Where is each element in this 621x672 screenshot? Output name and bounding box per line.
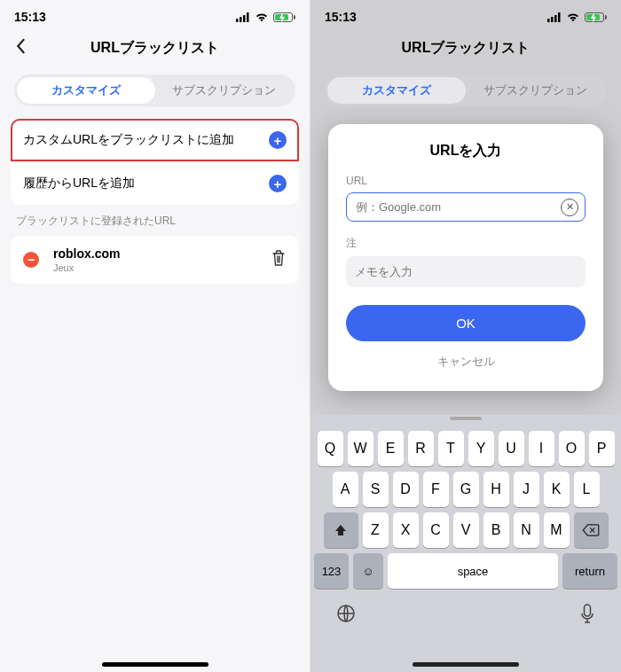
key-a[interactable]: A (333, 472, 358, 507)
add-custom-label: カスタムURLをブラックリストに追加 (23, 132, 234, 148)
add-history-row[interactable]: 履歴からURLを追加 + (11, 161, 299, 205)
key-z[interactable]: Z (363, 512, 389, 548)
key-b[interactable]: B (483, 512, 509, 548)
status-indicators (547, 12, 607, 22)
signal-icon (236, 12, 250, 22)
tab-subscription[interactable]: サブスクリプション (466, 77, 604, 104)
plus-icon: + (269, 131, 287, 149)
trash-icon[interactable] (271, 249, 287, 270)
key-w[interactable]: W (348, 431, 373, 466)
ok-button[interactable]: OK (346, 305, 586, 341)
svg-rect-9 (585, 605, 591, 616)
modal-title: URLを入力 (346, 142, 586, 160)
list-item[interactable]: − roblox.com Jeux (11, 236, 299, 284)
battery-icon (585, 12, 607, 22)
key-123[interactable]: 123 (314, 553, 349, 589)
item-subtitle: Jeux (53, 262, 120, 273)
keyboard: QWERTYUIOP ASDFGHJKL ZXCVBNM 123 ☺ space… (310, 415, 621, 672)
header: URLブラックリスト (310, 28, 621, 67)
screen-left: 15:13 URLブラックリスト カスタマイズ サブスクリプション カスタムUR… (0, 0, 310, 672)
key-g[interactable]: G (453, 472, 479, 507)
key-x[interactable]: X (393, 512, 419, 548)
add-card: カスタムURLをブラックリストに追加 + 履歴からURLを追加 + (11, 119, 299, 205)
tab-custom[interactable]: カスタマイズ (17, 77, 155, 104)
page-title: URLブラックリスト (90, 39, 219, 58)
status-bar: 15:13 (0, 0, 310, 28)
svg-rect-7 (558, 12, 561, 22)
url-label: URL (346, 175, 586, 187)
item-title: roblox.com (53, 246, 120, 261)
key-u[interactable]: U (499, 431, 524, 466)
svg-rect-4 (547, 19, 550, 22)
key-j[interactable]: J (514, 472, 539, 507)
plus-icon: + (269, 175, 287, 192)
key-h[interactable]: H (483, 472, 509, 507)
tab-custom[interactable]: カスタマイズ (327, 77, 466, 104)
battery-icon (273, 12, 295, 22)
list-card: − roblox.com Jeux (11, 236, 299, 284)
tab-subscription[interactable]: サブスクリプション (155, 77, 294, 104)
svg-rect-3 (247, 12, 249, 22)
section-label: ブラックリストに登録されたURL (16, 214, 294, 229)
key-n[interactable]: N (514, 512, 539, 548)
url-input-modal: URLを入力 URL ✕ 注 OK キャンセル (328, 124, 603, 391)
space-key[interactable]: space (388, 553, 558, 589)
keyboard-grip[interactable] (310, 417, 621, 426)
globe-icon[interactable] (335, 603, 357, 629)
return-key[interactable]: return (562, 553, 617, 589)
add-custom-row[interactable]: カスタムURLをブラックリストに追加 + (11, 119, 299, 161)
svg-rect-2 (243, 15, 246, 22)
note-label: 注 (346, 236, 586, 251)
key-t[interactable]: T (438, 431, 464, 466)
key-y[interactable]: Y (468, 431, 494, 466)
add-history-label: 履歴からURLを追加 (23, 176, 135, 191)
key-e[interactable]: E (378, 431, 404, 466)
emoji-key[interactable]: ☺ (353, 553, 383, 589)
page-title: URLブラックリスト (402, 39, 531, 58)
key-o[interactable]: O (559, 431, 585, 466)
segment-control: カスタマイズ サブスクリプション (14, 74, 295, 106)
key-v[interactable]: V (453, 512, 479, 548)
shift-key[interactable] (324, 512, 358, 548)
key-s[interactable]: S (363, 472, 389, 507)
segment-control: カスタマイズ サブスクリプション (325, 74, 607, 106)
keyboard-bottom (310, 594, 621, 656)
status-time: 15:13 (14, 10, 46, 24)
key-k[interactable]: K (544, 472, 570, 507)
remove-icon[interactable]: − (23, 252, 39, 268)
key-f[interactable]: F (423, 472, 449, 507)
key-d[interactable]: D (393, 472, 419, 507)
key-q[interactable]: Q (318, 431, 343, 466)
key-row-4: 123 ☺ space return (310, 548, 621, 594)
clear-icon[interactable]: ✕ (561, 199, 578, 216)
home-indicator[interactable] (413, 662, 519, 667)
screen-right: 15:13 URLブラックリスト カスタマイズ サブスクリプション URLを入力… (310, 0, 621, 672)
mic-icon[interactable] (578, 603, 596, 629)
url-input[interactable] (346, 192, 586, 222)
key-row-1: QWERTYUIOP (310, 426, 621, 466)
svg-rect-1 (240, 17, 242, 22)
header: URLブラックリスト (0, 28, 310, 67)
key-l[interactable]: L (574, 472, 600, 507)
status-time: 15:13 (325, 10, 357, 24)
key-row-3: ZXCVBNM (310, 507, 621, 548)
key-i[interactable]: I (529, 431, 554, 466)
memo-input[interactable] (346, 256, 586, 287)
svg-rect-0 (236, 19, 239, 22)
home-indicator[interactable] (102, 662, 208, 667)
backspace-key[interactable] (574, 512, 609, 548)
svg-rect-5 (551, 17, 554, 22)
key-r[interactable]: R (408, 431, 434, 466)
key-row-2: ASDFGHJKL (310, 466, 621, 507)
key-p[interactable]: P (589, 431, 615, 466)
wifi-icon (566, 12, 580, 22)
cancel-button[interactable]: キャンセル (346, 350, 586, 373)
key-c[interactable]: C (423, 512, 449, 548)
svg-rect-6 (554, 15, 557, 22)
status-indicators (236, 12, 295, 22)
key-m[interactable]: M (544, 512, 570, 548)
signal-icon (547, 12, 562, 22)
back-icon[interactable] (14, 38, 27, 58)
wifi-icon (255, 12, 269, 22)
status-bar: 15:13 (310, 0, 621, 28)
